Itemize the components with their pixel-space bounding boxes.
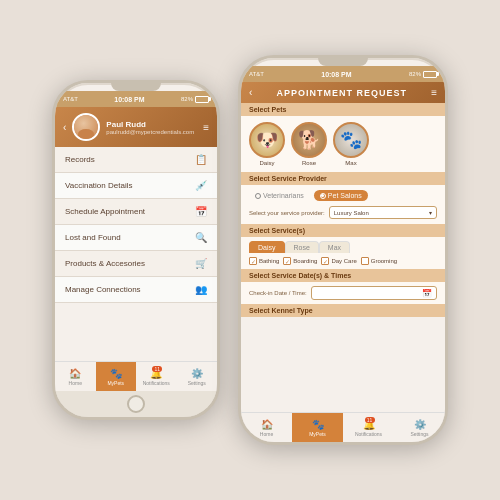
pet-name: Rose [302, 160, 316, 166]
section-datetime-header: Select Service Date(s) & Times [241, 269, 445, 282]
menu-item-icon: 📋 [195, 154, 207, 165]
service-checkbox[interactable]: ✓Bathing [249, 257, 279, 265]
nav-item-settings[interactable]: ⚙️Settings [394, 413, 445, 442]
service-checkbox[interactable]: Grooming [361, 257, 397, 265]
right-status-bar: AT&T 10:08 PM 82% [241, 66, 445, 82]
avatar-image [74, 115, 98, 139]
checkbox-icon [361, 257, 369, 265]
pet-name: Daisy [259, 160, 274, 166]
service-checkbox[interactable]: ✓Day Care [321, 257, 356, 265]
pet-avatar: 🐕 [291, 122, 327, 158]
menu-item[interactable]: Lost and Found🔍 [55, 225, 217, 251]
pet-item[interactable]: 🐕Rose [291, 122, 327, 166]
menu-item[interactable]: Vaccination Details💉 [55, 173, 217, 199]
service-label: Boarding [293, 258, 317, 264]
nav-item-notifications[interactable]: 🔔11Notifications [136, 362, 177, 391]
select-provider-dropdown[interactable]: Luxury Salon ▾ [329, 206, 437, 219]
menu-item-label: Products & Accesories [65, 259, 145, 268]
checkin-input[interactable]: 📅 [311, 286, 437, 300]
menu-item-icon: 💉 [195, 180, 207, 191]
left-phone: AT&T 10:08 PM 82% ‹ Paul Rudd paulrudd@m… [52, 80, 220, 420]
select-provider-row: Select your service provider: Luxury Sal… [249, 206, 437, 219]
menu-item[interactable]: Products & Accesories🛒 [55, 251, 217, 277]
menu-item-icon: 👥 [195, 284, 207, 295]
left-time: 10:08 PM [114, 96, 144, 103]
nav-item-notifications[interactable]: 🔔11Notifications [343, 413, 394, 442]
home-button-area[interactable] [55, 391, 217, 417]
home-button[interactable] [127, 395, 145, 413]
service-checkbox[interactable]: ✓Boarding [283, 257, 317, 265]
menu-item-label: Lost and Found [65, 233, 121, 242]
section-services-header: Select Service(s) [241, 224, 445, 237]
nav-item-settings[interactable]: ⚙️Settings [177, 362, 218, 391]
left-status-bar: AT&T 10:08 PM 82% [55, 91, 217, 107]
provider-section: VeterinariansPet Salons Select your serv… [241, 185, 445, 224]
nav-icon-wrap: 🏠 [261, 419, 273, 430]
pet-avatar: 🐾 [333, 122, 369, 158]
nav-label: Home [260, 431, 273, 437]
appt-menu-button[interactable]: ≡ [431, 87, 437, 98]
menu-item-label: Records [65, 155, 95, 164]
profile-email: paulrudd@mypetcredentials.com [106, 129, 197, 135]
pet-avatar: 🐶 [249, 122, 285, 158]
chevron-down-icon: ▾ [429, 209, 432, 216]
radio-dot [255, 193, 261, 199]
right-time: 10:08 PM [321, 71, 351, 78]
left-notch [111, 83, 161, 91]
appt-title: APPOINTMENT REQUEST [252, 88, 431, 98]
datetime-section: Check-in Date / Time: 📅 [241, 282, 445, 304]
menu-item[interactable]: Schedule Appointment📅 [55, 199, 217, 225]
nav-label: Notifications [143, 380, 170, 386]
nav-item-home[interactable]: 🏠Home [55, 362, 96, 391]
checkin-row: Check-in Date / Time: 📅 [249, 286, 437, 300]
nav-icon: 🐾 [110, 368, 122, 379]
menu-item[interactable]: Manage Connections👥 [55, 277, 217, 303]
back-button[interactable]: ‹ [63, 122, 66, 133]
nav-icon: ⚙️ [414, 419, 426, 430]
nav-label: MyPets [107, 380, 124, 386]
service-pet-tab[interactable]: Max [319, 241, 350, 253]
menu-item-icon: 📅 [195, 206, 207, 217]
select-provider-label: Select your service provider: [249, 210, 325, 216]
right-notch [318, 58, 368, 66]
checkbox-icon: ✓ [321, 257, 329, 265]
service-label: Bathing [259, 258, 279, 264]
pet-item[interactable]: 🐾Max [333, 122, 369, 166]
nav-item-home[interactable]: 🏠Home [241, 413, 292, 442]
battery-icon-right [423, 71, 437, 78]
menu-list: Records📋Vaccination Details💉Schedule App… [55, 147, 217, 361]
nav-item-mypets[interactable]: 🐾MyPets [96, 362, 137, 391]
hamburger-button[interactable]: ≡ [203, 122, 209, 133]
provider-tab[interactable]: Pet Salons [314, 190, 368, 201]
nav-icon: 🏠 [69, 368, 81, 379]
pets-row: 🐶Daisy🐕Rose🐾Max [241, 116, 445, 172]
nav-icon-wrap: 🐾 [110, 368, 122, 379]
nav-label: Home [69, 380, 82, 386]
menu-item-label: Schedule Appointment [65, 207, 145, 216]
left-carrier: AT&T [63, 96, 78, 102]
service-label: Day Care [331, 258, 356, 264]
nav-label: Settings [410, 431, 428, 437]
nav-icon-wrap: 🐾 [312, 419, 324, 430]
right-phone: AT&T 10:08 PM 82% ‹ APPOINTMENT REQUEST … [238, 55, 448, 445]
service-pet-tab[interactable]: Rose [285, 241, 319, 253]
menu-item[interactable]: Records📋 [55, 147, 217, 173]
nav-icon-wrap: ⚙️ [414, 419, 426, 430]
section-provider-header: Select Service Provider [241, 172, 445, 185]
profile-info: Paul Rudd paulrudd@mypetcredentials.com [106, 120, 197, 135]
provider-tab[interactable]: Veterinarians [249, 190, 310, 201]
service-pet-tab[interactable]: Daisy [249, 241, 285, 253]
menu-item-label: Manage Connections [65, 285, 141, 294]
nav-label: Settings [188, 380, 206, 386]
pet-name: Max [345, 160, 356, 166]
profile-name: Paul Rudd [106, 120, 197, 129]
menu-item-icon: 🛒 [195, 258, 207, 269]
nav-item-mypets[interactable]: 🐾MyPets [292, 413, 343, 442]
nav-label: MyPets [309, 431, 326, 437]
avatar [72, 113, 100, 141]
section-pets-header: Select Pets [241, 103, 445, 116]
pet-item[interactable]: 🐶Daisy [249, 122, 285, 166]
profile-header: ‹ Paul Rudd paulrudd@mypetcredentials.co… [55, 107, 217, 147]
nav-icon: 🏠 [261, 419, 273, 430]
nav-badge: 11 [152, 366, 162, 372]
